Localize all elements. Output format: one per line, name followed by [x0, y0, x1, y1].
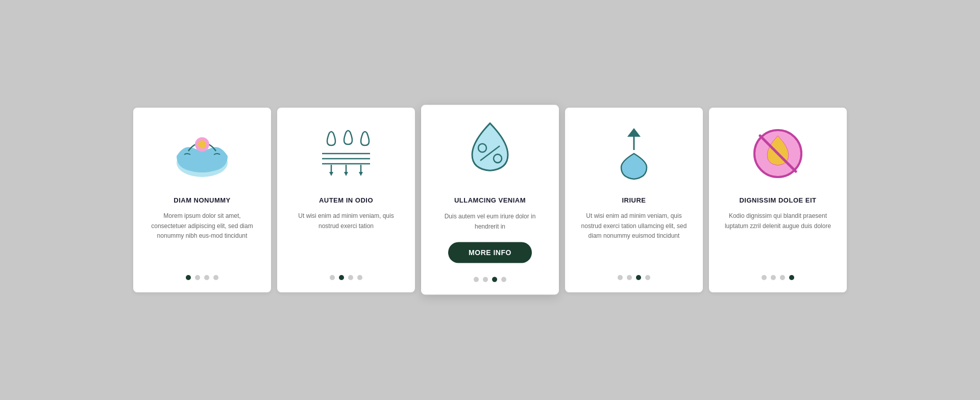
card-3-title: ULLAMCING VENIAM [454, 196, 526, 204]
dot [771, 275, 776, 280]
card-4-dots [618, 270, 650, 280]
dot [330, 275, 335, 280]
card-5-title: DIGNISSIM DOLOE EIT [739, 196, 816, 204]
water-percent-icon [459, 121, 521, 184]
card-4-text: Ut wisi enim ad minim veniam, quis nostr… [577, 211, 691, 259]
more-info-button[interactable]: MORE INFO [448, 242, 532, 263]
dot [627, 275, 632, 280]
card-2-dots [330, 270, 362, 280]
card-5-dots [762, 270, 794, 280]
water-up-icon [603, 123, 665, 184]
dot [762, 275, 767, 280]
card-1: DIAM NONUMMY Morem ipsum dolor sit amet,… [133, 108, 271, 292]
card-2-title: AUTEM IN ODIO [319, 196, 373, 204]
svg-marker-7 [329, 172, 333, 176]
card-2-text: Ut wisi enim ad minim veniam, quis nostr… [289, 211, 403, 259]
dot [645, 275, 650, 280]
card-5-text: Kodio dignissim qui blandit praesent lup… [721, 211, 835, 259]
card-4: IRIURE Ut wisi enim ad minim veniam, qui… [565, 108, 703, 292]
dot [636, 275, 641, 280]
dot [357, 275, 362, 280]
card-3: ULLAMCING VENIAM Duis autem vel eum iriu… [421, 105, 559, 295]
svg-marker-11 [359, 172, 363, 176]
card-1-title: DIAM NONUMMY [174, 196, 230, 204]
card-4-title: IRIURE [622, 196, 646, 204]
cards-container: DIAM NONUMMY Morem ipsum dolor sit amet,… [103, 87, 877, 312]
dot [339, 275, 344, 280]
svg-point-2 [198, 140, 206, 148]
dot [492, 277, 497, 282]
dot [483, 277, 488, 282]
dot [501, 277, 506, 282]
dot [204, 275, 209, 280]
dot [780, 275, 785, 280]
dot [618, 275, 623, 280]
dot [348, 275, 353, 280]
diaper-icon [172, 123, 233, 184]
dot [789, 275, 794, 280]
card-2: AUTEM IN ODIO Ut wisi enim ad minim veni… [277, 108, 415, 292]
water-filter-icon [315, 123, 377, 184]
card-3-text: Duis autem vel eum iriure dolor in hendr… [433, 212, 547, 232]
card-5: DIGNISSIM DOLOE EIT Kodio dignissim qui … [709, 108, 847, 292]
dot [474, 277, 479, 282]
card-3-dots [474, 272, 506, 283]
card-1-dots [186, 270, 218, 280]
svg-marker-9 [344, 172, 348, 176]
dot [195, 275, 200, 280]
no-drop-icon [747, 123, 808, 184]
svg-marker-16 [627, 128, 641, 137]
dot [186, 275, 191, 280]
dot [213, 275, 218, 280]
card-1-text: Morem ipsum dolor sit amet, consectetuer… [145, 211, 259, 259]
